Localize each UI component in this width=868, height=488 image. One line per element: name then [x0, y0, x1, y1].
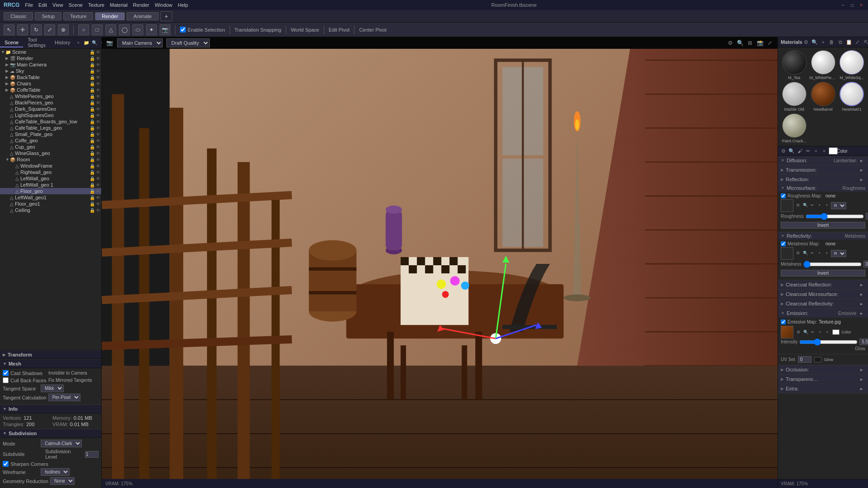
vp-grid-icon[interactable]: ⊞ [746, 39, 754, 47]
tree-black-pieces[interactable]: △ BlackPieces_geo 🔒 👁 [0, 99, 101, 106]
reflection-header[interactable]: ▶ Reflection: ▸ [778, 175, 868, 184]
scale-tool[interactable]: ⤢ [44, 24, 55, 35]
mat-add-icon[interactable]: + [820, 38, 827, 46]
mesh-section-header[interactable]: ▼ Mesh [0, 359, 101, 368]
mat-paste-icon[interactable]: 📋 [845, 38, 853, 46]
menu-file[interactable]: File [25, 2, 33, 8]
metalness-invert-btn[interactable]: Invert [781, 270, 865, 277]
occlusion-expand[interactable]: ▸ [858, 366, 865, 373]
sphere-tool[interactable]: ◯ [119, 24, 130, 35]
emission-header[interactable]: ▼ Emission: Emissive ▸ [778, 309, 868, 318]
mat-item-tea[interactable]: M_Tea [781, 50, 808, 80]
extra-expand[interactable]: ▸ [858, 385, 865, 392]
tree-chairs[interactable]: ▶ 📦 Chairs 🔒 👁 [0, 80, 101, 87]
tree-scene[interactable]: ▼ 📁 Scene 🔒 👁 [0, 49, 101, 55]
tree-floor-geo1[interactable]: △ Floor_geo1 🔒 👁 [0, 201, 101, 207]
tab-tool-settings[interactable]: Tool Settings [23, 36, 50, 50]
vp-search-icon[interactable]: 🔍 [736, 39, 744, 47]
mat-prop-search-icon[interactable]: 🔍 [788, 147, 795, 155]
roughness-search-icon[interactable]: 🔍 [802, 202, 808, 208]
roughness-close-icon[interactable]: × [824, 202, 830, 208]
tangent-space-select[interactable]: Mikk [41, 385, 64, 392]
mat-item-newmat01[interactable]: NewMat01 [839, 82, 866, 112]
cast-shadows-check[interactable] [3, 370, 9, 376]
minimize-button[interactable]: − [840, 2, 846, 8]
mat-prop-add-icon[interactable]: + [812, 147, 820, 155]
maximize-button[interactable]: □ [849, 2, 855, 8]
tree-small-plate[interactable]: △ Small_Plate_geo 🔒 👁 [0, 131, 101, 137]
metalness-edit-icon[interactable]: ✏ [809, 250, 816, 256]
sharpen-corners-check[interactable] [3, 461, 9, 467]
tab-texture[interactable]: Texture [63, 12, 93, 20]
metalness-search-icon[interactable]: 🔍 [802, 250, 808, 256]
tree-coffe-geo[interactable]: △ Coffe_geo 🔒 👁 [0, 137, 101, 144]
emission-expand[interactable]: ▸ [858, 310, 865, 317]
metalness-close-icon[interactable]: × [824, 250, 830, 256]
emissive-settings-icon[interactable]: ⚙ [795, 329, 802, 335]
cull-back-faces-check[interactable] [3, 377, 9, 383]
rotate-tool[interactable]: ↻ [31, 24, 42, 35]
close-button[interactable]: × [858, 2, 864, 8]
menu-window[interactable]: Window [155, 2, 172, 8]
mat-expand-icon[interactable]: ⤢ [854, 38, 861, 46]
box-tool[interactable]: □ [92, 24, 103, 35]
roughness-channel-select[interactable]: RGBA [831, 202, 846, 209]
metalness-map-check[interactable] [781, 241, 786, 246]
emissive-map-check[interactable] [781, 319, 786, 324]
camera-select[interactable]: Main Camera [117, 38, 163, 47]
clearcoat-reflection-header[interactable]: ▶ Clearcoat Reflection: ▸ [778, 280, 868, 289]
tab-scene[interactable]: Scene [0, 38, 23, 47]
scene-folder-icon[interactable]: 📁 [83, 39, 90, 47]
mat-prop-brush-icon[interactable]: 🖌 [796, 147, 803, 155]
enable-selection-check[interactable] [180, 27, 186, 33]
metalness-add-icon[interactable]: + [816, 250, 823, 256]
tree-dark-squares[interactable]: △ Dark_SquaresGeo 🔒 👁 [0, 106, 101, 112]
clearcoat-micro-expand[interactable]: ▸ [858, 291, 865, 298]
circle-tool[interactable]: ○ [78, 24, 89, 35]
vp-camera2-icon[interactable]: 📸 [756, 39, 764, 47]
metalness-settings-icon[interactable]: ⚙ [795, 250, 801, 256]
diffusion-header[interactable]: ▼ Diffusion: Lambertian ▸ [778, 156, 868, 165]
extra-header[interactable]: ▶ Extra: ▸ [778, 384, 868, 393]
emissive-edit-icon[interactable]: ✏ [810, 329, 816, 335]
transform-section-header[interactable]: ▶ Transform [0, 350, 101, 359]
tree-left-wall-geo1[interactable]: △ LeftWall_geo1 🔒 👁 [0, 194, 101, 201]
mat-color-swatch[interactable] [829, 147, 838, 155]
roughness-settings-icon[interactable]: ⚙ [795, 202, 801, 208]
tree-light-squares[interactable]: △ LightSquaresGeo 🔒 👁 [0, 112, 101, 118]
tree-main-camera[interactable]: ▶ 📷 Main Camera 🔒 👁 [0, 61, 101, 68]
mat-item-paint-crack[interactable]: Paint Crack... [781, 113, 808, 143]
metalness-slider[interactable] [803, 262, 862, 267]
tab-render[interactable]: Render [95, 12, 125, 20]
tab-history[interactable]: History [50, 38, 75, 47]
tree-left-wall[interactable]: △ LeftWall_geo 🔒 👁 [0, 175, 101, 182]
reflectivity-header[interactable]: ▼ Reflectivity: Metalness [778, 232, 868, 239]
scene-search-icon[interactable]: 🔍 [91, 39, 98, 47]
tree-ceiling[interactable]: △ Ceiling 🔒 👁 [0, 207, 101, 213]
tree-window-frame[interactable]: △ WindowFrame 🔒 👁 [0, 163, 101, 169]
mat-item-barrel[interactable]: NewBarrel [810, 82, 837, 112]
tab-add-button[interactable]: + [160, 11, 172, 21]
subdivision-section-header[interactable]: ▼ Subdivision [0, 429, 101, 438]
quality-select[interactable]: Draft Quality [166, 38, 210, 47]
tree-cup[interactable]: △ Cup_geo 🔒 👁 [0, 144, 101, 150]
transform-tool[interactable]: ⊕ [58, 24, 69, 35]
mat-item-marble[interactable]: Marble Old [781, 82, 808, 112]
mat-delete-icon[interactable]: 🗑 [828, 38, 835, 46]
light-tool[interactable]: ✦ [146, 24, 157, 35]
viewport[interactable]: 📷 Main Camera Draft Quality ⚙ 🔍 ⊞ 📸 ⤢ [102, 37, 778, 488]
roughness-invert-btn[interactable]: Invert [781, 221, 865, 229]
camera-tool[interactable]: 📷 [160, 24, 170, 35]
intensity-slider[interactable] [799, 340, 858, 344]
mat-prop-settings-icon[interactable]: ⚙ [780, 147, 787, 155]
roughness-add-icon[interactable]: + [816, 202, 823, 208]
transmission-header[interactable]: ▶ Transmission: ▸ [778, 165, 868, 174]
metalness-input[interactable] [863, 261, 868, 267]
subdiv-level-input[interactable] [85, 451, 99, 458]
diffusion-expand-icon[interactable]: ▸ [858, 157, 865, 164]
menu-render[interactable]: Render [133, 2, 149, 8]
mat-copy-icon[interactable]: ⧉ [837, 38, 844, 46]
metalness-channel-select[interactable]: RGB [831, 250, 846, 257]
emissive-color-swatch[interactable] [832, 329, 840, 335]
roughness-map-check[interactable] [781, 193, 786, 198]
